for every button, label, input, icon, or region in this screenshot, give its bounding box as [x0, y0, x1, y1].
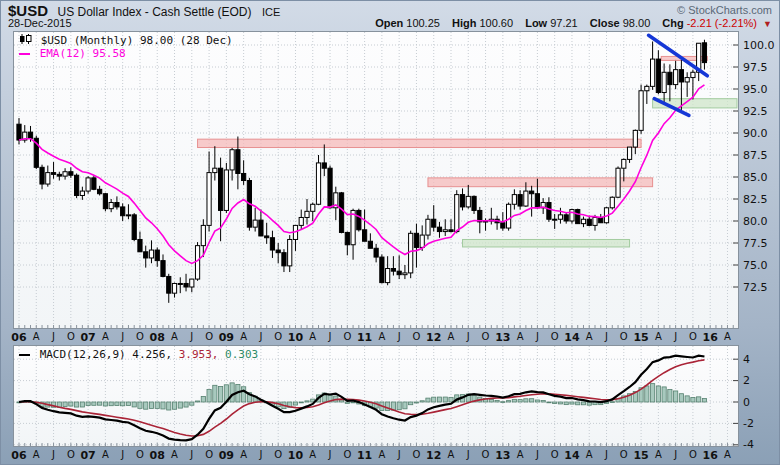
candle-down [391, 269, 395, 272]
macd-histogram-bar [547, 402, 551, 403]
macd-histogram-bar [63, 402, 67, 407]
month-label: A [717, 449, 737, 460]
candle-down [432, 219, 436, 227]
candle-down [98, 189, 102, 193]
macd-histogram-bar [449, 397, 453, 402]
macd-histogram-bar [403, 402, 407, 409]
candle-up [639, 91, 643, 131]
candle-up [685, 78, 689, 82]
candle-up [512, 195, 516, 205]
macd-histogram-bar [144, 402, 148, 409]
price-legend-text: $USD (Monthly) 98.00 (28 Dec) [41, 34, 233, 47]
macd-histogram-bar [397, 402, 401, 410]
open-value: 100.25 [406, 17, 440, 29]
candle-up [86, 178, 90, 191]
macd-legend: MACD(12,26,9) 4.256, 3.953, 0.303 [19, 348, 258, 361]
high-label: High [452, 17, 476, 29]
candle-down [397, 271, 401, 275]
candle-down [51, 173, 55, 175]
axis-label: 75.0 [743, 259, 768, 272]
macd-histogram-bar [126, 402, 130, 406]
candle-up [633, 130, 637, 147]
candle-up [610, 197, 614, 208]
axis-label: 87.5 [743, 149, 768, 162]
macd-histogram-bar [541, 401, 545, 402]
macd-histogram-bar [339, 400, 343, 402]
axis-label: 0 [743, 396, 750, 409]
low-label: Low [525, 17, 547, 29]
macd-histogram-bar [420, 401, 424, 402]
candle-up [616, 168, 620, 197]
candle-down [564, 215, 568, 221]
macd-histogram-bar [570, 402, 574, 404]
date-axis-main: 06AJO07AJO08AJO09AJO10AJO11AJO12AJO13AJO… [13, 330, 753, 344]
macd-histogram-bar [138, 402, 142, 408]
close-value: 98.00 [623, 17, 651, 29]
candle-up [524, 191, 528, 206]
axis-label: 4 [743, 353, 750, 366]
macd-histogram-bar [489, 399, 493, 402]
candle-down [374, 248, 378, 257]
macd-histogram-bar [662, 387, 666, 402]
candle-down [437, 227, 441, 231]
axis-label: 2 [743, 374, 750, 387]
ema-line-swatch-icon [19, 53, 30, 55]
macd-histogram-bar [656, 386, 660, 402]
candle-up [178, 283, 182, 284]
macd-signal-value: 3.953, [179, 348, 219, 361]
candle-up [316, 163, 320, 204]
candle-down [161, 261, 165, 277]
candle-up [288, 239, 292, 265]
macd-histogram-bar [178, 402, 182, 408]
macd-histogram-bar [512, 399, 516, 402]
close-label: Close [590, 17, 620, 29]
macd-hist-value: 0.303 [225, 348, 258, 361]
candle-up [80, 191, 84, 195]
axis-label: 90.0 [743, 127, 768, 140]
macd-histogram-bar [409, 402, 413, 405]
candle-down [265, 236, 269, 238]
candle-down [282, 253, 286, 266]
candle-down [530, 191, 534, 194]
candle-up [622, 159, 626, 168]
candle-down [668, 72, 672, 84]
candle-down [368, 241, 372, 248]
macd-histogram-bar [432, 397, 436, 402]
macd-histogram-bar [576, 402, 580, 405]
candlestick-icon [19, 35, 32, 45]
macd-histogram-bar [697, 397, 701, 402]
macd-histogram-bar [242, 387, 246, 402]
axis-label: 77.5 [743, 237, 768, 250]
macd-histogram-bar [645, 386, 649, 402]
candle-down [518, 195, 522, 206]
macd-histogram-bar [426, 398, 430, 402]
candle-up [593, 217, 597, 225]
macd-line [19, 356, 704, 441]
support-band [463, 239, 630, 246]
macd-histogram-bar [121, 402, 125, 406]
candle-up [305, 211, 309, 217]
candle-down [702, 43, 706, 63]
candle-down [28, 132, 32, 138]
quote-row: 28-Dec-2015 Open100.25 High100.60 Low97.… [8, 17, 772, 31]
high-value: 100.60 [479, 17, 513, 29]
macd-axis: 420-2-4 [741, 345, 779, 449]
candle-down [656, 59, 660, 92]
candle-up [149, 250, 153, 258]
macd-histogram-bar [414, 402, 418, 403]
macd-histogram-bar [103, 402, 107, 406]
macd-histogram-bar [149, 402, 153, 409]
candle-up [645, 86, 649, 90]
macd-histogram-bar [132, 402, 136, 407]
candle-up [466, 196, 470, 207]
candle-up [253, 220, 257, 227]
macd-histogram-bar [685, 396, 689, 402]
macd-histogram-bar [558, 402, 562, 404]
macd-histogram-bar [172, 402, 176, 409]
candle-down [414, 233, 418, 247]
chg-dropdown-triangle-icon[interactable]: ▼ [763, 19, 772, 29]
macd-line-swatch-icon [19, 354, 30, 356]
candle-down [587, 219, 591, 225]
macd-signal-line [19, 360, 704, 436]
chg-value: -2.21 (-2.21%) [687, 17, 757, 29]
